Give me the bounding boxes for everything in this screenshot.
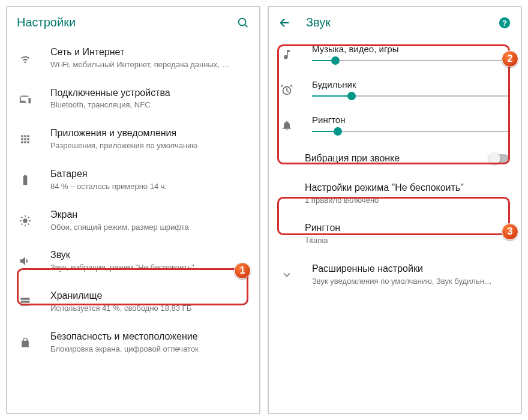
slider-track[interactable]: [312, 131, 509, 132]
item-dnd[interactable]: Настройки режима "Не беспокоить"1 правил…: [269, 173, 521, 214]
brightness-icon: [14, 210, 36, 232]
svg-point-0: [239, 18, 246, 25]
svg-rect-9: [24, 142, 26, 143]
item-storage[interactable]: ХранилищеИспользуется 41 %, свободно 18,…: [7, 281, 259, 322]
item-security[interactable]: Безопасность и местоположениеБлокировка …: [7, 322, 259, 363]
item-connected-devices[interactable]: Подключенные устройстваBluetooth, трансл…: [7, 79, 259, 119]
svg-rect-7: [27, 139, 29, 140]
help-icon[interactable]: ?: [498, 16, 511, 29]
header: Настройки: [7, 7, 259, 38]
slider-alarm[interactable]: Будильник: [269, 73, 521, 109]
sound-icon: [14, 250, 36, 272]
alarm-icon: [276, 79, 298, 101]
item-display[interactable]: ЭкранОбои, спящий режим, размер шрифта: [7, 200, 259, 241]
slider-track[interactable]: [312, 60, 509, 61]
storage-icon: [14, 291, 36, 313]
svg-rect-13: [21, 301, 30, 302]
slider-ringtone[interactable]: Рингтон: [269, 109, 521, 144]
slider-media[interactable]: Музыка, видео, игры: [269, 38, 521, 73]
item-sound[interactable]: ЗвукЗвук, вибрация, режим "Не беспокоить…: [7, 241, 259, 281]
page-title: Звук: [306, 16, 484, 29]
item-ringtone[interactable]: РингтонTitania: [269, 214, 521, 254]
svg-rect-12: [21, 298, 30, 299]
battery-icon: [14, 169, 36, 191]
back-icon[interactable]: [278, 16, 292, 29]
sound-list: Музыка, видео, игры Будильник Рингтон Ви…: [269, 38, 521, 413]
svg-rect-3: [24, 136, 26, 137]
svg-rect-2: [21, 136, 23, 137]
chevron-down-icon: [276, 264, 298, 286]
badge-3: 3: [502, 223, 518, 240]
svg-rect-6: [24, 139, 26, 140]
settings-list: Сеть и ИнтернетWi-Fi, мобильный Интернет…: [7, 38, 259, 413]
header: Звук ?: [269, 7, 521, 38]
search-icon[interactable]: [236, 16, 250, 29]
item-battery[interactable]: Батарея84 % – осталось примерно 14 ч.: [7, 160, 259, 200]
item-network[interactable]: Сеть и ИнтернетWi-Fi, мобильный Интернет…: [7, 38, 259, 79]
lock-icon: [14, 332, 36, 353]
settings-screen: Настройки Сеть и ИнтернетWi-Fi, мобильны…: [6, 6, 260, 414]
item-advanced[interactable]: Расширенные настройкиЗвук уведомления по…: [269, 254, 521, 295]
svg-line-1: [245, 24, 247, 26]
svg-rect-14: [21, 304, 30, 305]
wifi-icon: [14, 47, 36, 69]
music-note-icon: [276, 44, 298, 65]
item-apps[interactable]: Приложения и уведомленияРазрешения, прил…: [7, 119, 259, 160]
sound-screen: Звук ? Музыка, видео, игры Будильник Рин…: [268, 6, 522, 414]
svg-rect-4: [27, 136, 29, 137]
devices-icon: [14, 88, 36, 110]
badge-1: 1: [234, 262, 251, 279]
svg-rect-5: [21, 139, 23, 140]
badge-2: 2: [502, 50, 518, 67]
bell-icon: [276, 115, 298, 136]
switch-off[interactable]: [488, 154, 509, 163]
slider-track[interactable]: [312, 95, 509, 97]
page-title: Настройки: [17, 16, 222, 29]
svg-rect-10: [27, 142, 29, 143]
svg-text:?: ?: [502, 18, 507, 27]
svg-point-11: [23, 218, 27, 223]
apps-icon: [14, 128, 36, 150]
vibrate-on-call[interactable]: Вибрация при звонке: [269, 144, 521, 173]
svg-rect-8: [21, 142, 23, 143]
